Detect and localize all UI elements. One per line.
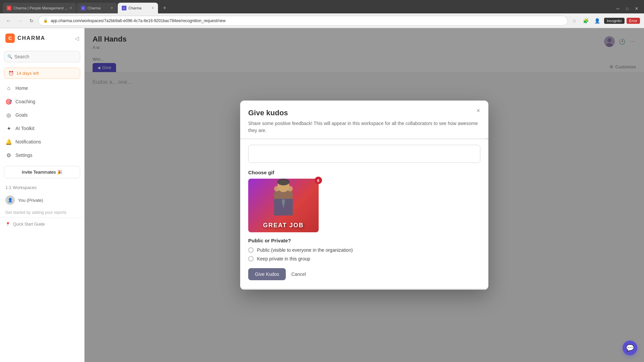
- error-badge: Error: [627, 18, 640, 24]
- bookmark-icon[interactable]: ☆: [570, 16, 579, 25]
- cancel-button[interactable]: Cancel: [291, 272, 306, 277]
- notifications-icon: 🔔: [5, 138, 12, 145]
- browser-chrome: C Charma | People Management ... × C Cha…: [0, 0, 644, 28]
- sidebar-item-home[interactable]: ⌂ Home: [0, 81, 84, 95]
- kudos-message-input[interactable]: [248, 145, 480, 163]
- gif-section-title: Choose gif: [248, 170, 480, 175]
- privacy-title: Public or Private?: [248, 238, 480, 243]
- trial-text: 14 days left: [16, 71, 39, 76]
- privacy-section: Public or Private? Public (visible to ev…: [248, 238, 480, 261]
- window-controls: ─ □ ×: [613, 4, 644, 13]
- quick-start-link[interactable]: 📍 Quick Start Guide: [0, 218, 84, 231]
- tab1-favicon: C: [7, 6, 11, 10]
- sidebar-item-settings[interactable]: ⚙ Settings: [0, 148, 84, 162]
- modal-actions: Give Kudos Cancel: [248, 268, 480, 280]
- gif-overlay-text: GREAT JOB: [248, 222, 319, 229]
- modal-body[interactable]: Choose gif: [240, 139, 488, 288]
- modal-close-button[interactable]: ×: [474, 106, 483, 115]
- workspace-section-label: 1:1 Workspaces: [0, 182, 84, 193]
- radio-private[interactable]: Keep private in this group: [248, 256, 480, 261]
- tab3-close[interactable]: ×: [152, 6, 154, 10]
- sidebar-item-ai-toolkit[interactable]: ✦ AI Toolkit: [0, 122, 84, 135]
- radio-private-label: Keep private in this group: [257, 256, 310, 261]
- sidebar-search-container: 🔍: [4, 51, 80, 62]
- search-input[interactable]: [4, 51, 80, 62]
- tab3-favicon: C: [122, 6, 126, 10]
- give-kudos-modal: × Give kudos Share some positive feedbac…: [240, 101, 488, 290]
- window-close[interactable]: ×: [632, 4, 641, 13]
- app-logo: C CHARMA: [5, 34, 45, 43]
- nav-refresh[interactable]: ↻: [27, 16, 36, 25]
- address-bar[interactable]: 🔒 app.charma.com/workspaces/7a2bb9a6-e09…: [38, 16, 568, 26]
- radio-private-circle: [248, 256, 254, 261]
- logo-text: CHARMA: [17, 35, 45, 41]
- gif-image: GREAT JOB: [248, 179, 319, 232]
- chat-icon: 💬: [626, 344, 634, 352]
- window-maximize[interactable]: □: [623, 4, 632, 13]
- browser-tab-bar: C Charma | People Management ... × C Cha…: [0, 0, 644, 13]
- gif-section: Choose gif: [248, 170, 480, 232]
- goals-icon: ◎: [5, 112, 12, 118]
- app-body: C CHARMA ◁ 🔍 ⏰ 14 days left ⌂ Home 🎯 Coa…: [0, 28, 644, 362]
- ai-toolkit-icon: ✦: [5, 125, 12, 132]
- trial-banner[interactable]: ⏰ 14 days left: [4, 68, 80, 79]
- browser-tab-3[interactable]: C Charma ×: [118, 3, 158, 13]
- window-minimize[interactable]: ─: [613, 4, 623, 13]
- sidebar-item-ai-toolkit-label: AI Toolkit: [15, 126, 35, 131]
- lock-icon: 🔒: [43, 18, 48, 23]
- nav-back[interactable]: ←: [4, 16, 13, 25]
- new-tab-button[interactable]: +: [159, 3, 170, 13]
- extension-icon[interactable]: 🧩: [581, 16, 591, 25]
- tab2-favicon: C: [81, 6, 86, 10]
- sidebar-logo-area: C CHARMA ◁: [0, 28, 84, 48]
- gif-delete-button[interactable]: 🗑: [315, 177, 322, 184]
- sidebar-item-goals[interactable]: ◎ Goals: [0, 108, 84, 122]
- modal-description: Share some positive feedback! This will …: [248, 120, 480, 134]
- svg-point-5: [277, 179, 289, 185]
- sidebar-item-home-label: Home: [15, 85, 28, 91]
- gif-container: GREAT JOB 🗑: [248, 179, 322, 232]
- gif-person-svg: [248, 179, 319, 222]
- sidebar-item-coaching[interactable]: 🎯 Coaching: [0, 95, 84, 108]
- tab1-close[interactable]: ×: [70, 6, 72, 10]
- tab3-title: Charma: [128, 6, 150, 10]
- radio-public-label: Public (visible to everyone in the organ…: [257, 247, 353, 253]
- tab2-title: Charma: [88, 6, 109, 10]
- search-icon: 🔍: [7, 54, 12, 59]
- logo-icon: C: [5, 34, 15, 43]
- chat-bubble[interactable]: 💬: [623, 341, 637, 355]
- tab2-close[interactable]: ×: [111, 6, 113, 10]
- sidebar-item-notifications-label: Notifications: [15, 139, 41, 144]
- modal-header: Give kudos Share some positive feedback!…: [240, 101, 488, 138]
- modal-title: Give kudos: [248, 109, 480, 117]
- trial-icon: ⏰: [8, 71, 14, 76]
- reports-hint: Get started by adding your reports: [0, 207, 84, 218]
- sidebar-item-coaching-label: Coaching: [15, 99, 35, 104]
- settings-icon: ⚙: [5, 152, 12, 159]
- browser-tab-2[interactable]: C Charma ×: [77, 3, 117, 13]
- profile-icon[interactable]: 👤: [593, 16, 602, 25]
- give-kudos-button[interactable]: Give Kudos: [248, 268, 286, 280]
- workspace-item-label: You (Private): [18, 198, 43, 203]
- browser-tab-1[interactable]: C Charma | People Management ... ×: [3, 3, 76, 13]
- tab1-title: Charma | People Management ...: [13, 6, 68, 10]
- you-avatar: 👤: [5, 195, 15, 205]
- quick-start-icon: 📍: [5, 222, 10, 227]
- svg-point-8: [274, 186, 279, 191]
- invite-teammates-button[interactable]: Invite Teammates 🎉: [4, 166, 80, 178]
- workspace-item-you-private[interactable]: 👤 You (Private): [0, 193, 84, 207]
- sidebar-nav: ⌂ Home 🎯 Coaching ◎ Goals ✦ AI Toolkit 🔔…: [0, 81, 84, 162]
- sidebar-collapse-button[interactable]: ◁: [75, 35, 79, 42]
- radio-public-circle: [248, 247, 254, 253]
- browser-toolbar: ← → ↻ 🔒 app.charma.com/workspaces/7a2bb9…: [0, 13, 644, 28]
- modal-overlay: × Give kudos Share some positive feedbac…: [85, 28, 644, 362]
- main-content: All Hands A w... 🕐 ··· Wor... ◀: [85, 28, 644, 362]
- sidebar-item-notifications[interactable]: 🔔 Notifications: [0, 135, 84, 148]
- svg-point-9: [287, 186, 293, 191]
- quick-start-label: Quick Start Guide: [13, 222, 45, 227]
- nav-forward[interactable]: →: [15, 16, 25, 25]
- radio-public[interactable]: Public (visible to everyone in the organ…: [248, 247, 480, 253]
- home-icon: ⌂: [5, 85, 12, 92]
- sidebar-item-settings-label: Settings: [15, 153, 33, 158]
- address-text: app.charma.com/workspaces/7a2bb9a6-e096-…: [51, 18, 226, 23]
